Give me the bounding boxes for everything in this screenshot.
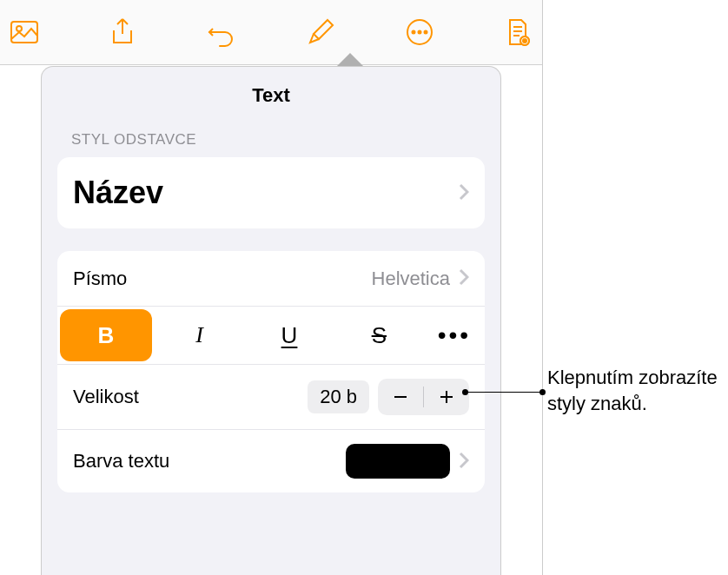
brush-icon[interactable] [296, 9, 344, 56]
paragraph-style-value: Název [73, 175, 163, 211]
text-format-card: Písmo Helvetica B I U S ••• Vel [57, 251, 485, 492]
more-formats-button[interactable]: ••• [424, 307, 485, 364]
format-buttons-row: B I U S ••• [57, 307, 485, 365]
svg-point-8 [523, 39, 526, 43]
undo-icon[interactable] [198, 9, 246, 56]
photo-icon[interactable] [0, 9, 48, 56]
paragraph-style-card: Název [57, 157, 485, 228]
svg-point-4 [418, 31, 420, 34]
bold-button[interactable]: B [60, 309, 152, 361]
toolbar [0, 0, 542, 65]
size-stepper [378, 379, 469, 415]
svg-point-1 [17, 26, 22, 31]
color-swatch[interactable] [346, 444, 450, 479]
document-icon[interactable] [494, 9, 542, 56]
more-icon[interactable] [395, 9, 443, 56]
paragraph-style-row[interactable]: Název [57, 157, 485, 228]
callout-line [463, 392, 545, 393]
chevron-right-icon [459, 180, 469, 207]
share-icon[interactable] [99, 9, 147, 56]
size-row: Velikost 20 b [57, 365, 485, 430]
svg-point-3 [412, 31, 414, 34]
font-row[interactable]: Písmo Helvetica [57, 251, 485, 307]
size-label: Velikost [73, 386, 139, 408]
size-value[interactable]: 20 b [308, 380, 369, 413]
decrease-size-button[interactable] [378, 379, 423, 415]
callout-text: Klepnutím zobrazíte styly znaků. [547, 365, 728, 416]
chevron-right-icon [459, 265, 469, 292]
panel-arrow [338, 54, 362, 66]
font-value: Helvetica [372, 268, 450, 290]
strikethrough-button[interactable]: S [334, 307, 424, 364]
text-color-row[interactable]: Barva textu [57, 430, 485, 492]
increase-size-button[interactable] [424, 379, 469, 415]
underline-button[interactable]: U [244, 307, 334, 364]
font-label: Písmo [73, 268, 127, 290]
panel-title: Text [42, 84, 500, 107]
text-color-label: Barva textu [73, 450, 169, 473]
paragraph-style-section-label: STYL ODSTAVCE [42, 131, 500, 157]
italic-button[interactable]: I [155, 307, 244, 364]
svg-point-5 [424, 31, 427, 34]
format-panel: Text STYL ODSTAVCE Název Písmo Helvetica [41, 66, 501, 575]
chevron-right-icon [459, 448, 469, 475]
